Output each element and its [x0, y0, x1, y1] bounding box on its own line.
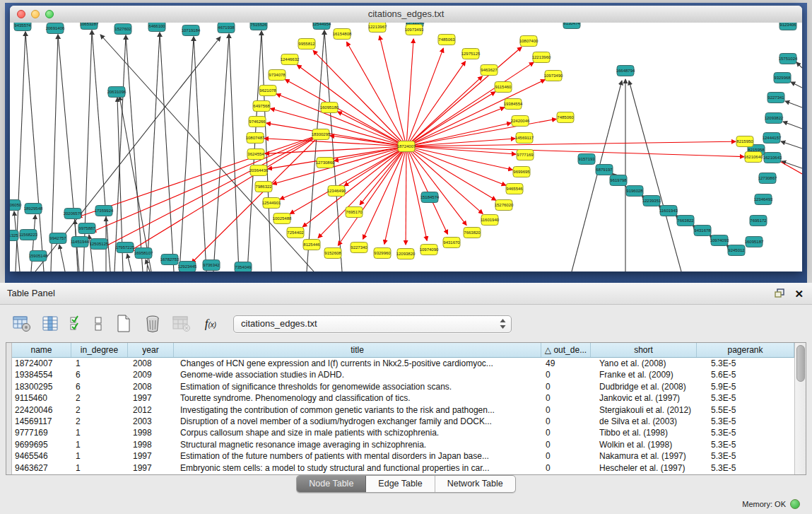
table-settings-icon[interactable]	[11, 313, 33, 334]
node-label: 7515526	[250, 23, 267, 27]
node-label: 14569117	[515, 136, 534, 140]
node-label: 12975125	[461, 52, 481, 56]
tab-node-table[interactable]: Node Table	[297, 476, 366, 492]
node-label: 19384554	[504, 102, 523, 106]
cell-short: de Silva et al. (2003)	[591, 416, 697, 427]
status-bar: Memory: OK	[0, 494, 812, 514]
network-window-title: citations_edges.txt	[10, 6, 802, 22]
column-header-pagerank[interactable]: pagerank	[697, 343, 794, 357]
node-label: 10653287	[80, 23, 99, 26]
column-header-year[interactable]: year	[128, 343, 174, 357]
cell-out_de: 0	[541, 369, 591, 380]
node-label: 12544954	[312, 23, 331, 26]
node-label: 10974093	[710, 238, 729, 243]
table-vertical-scrollbar[interactable]	[794, 343, 806, 474]
table-row[interactable]: 1872400712008Changes of HCN gene express…	[12, 358, 794, 369]
minimize-window-button[interactable]	[31, 10, 40, 18]
table-row[interactable]: 1938455462009Genome-wide association stu…	[12, 369, 794, 380]
new-document-icon[interactable]	[113, 313, 134, 334]
node-label: 17359924	[95, 209, 114, 213]
node-label: 15184574	[420, 195, 440, 199]
dropdown-arrows-icon	[500, 319, 506, 329]
table-body: 1872400712008Changes of HCN gene express…	[12, 358, 794, 474]
table-row[interactable]: 946362711997Embryonic stem cells: a mode…	[12, 462, 794, 474]
node-label: 11451944	[71, 240, 90, 244]
table-row[interactable]: 946554611997Estimation of the future num…	[12, 450, 794, 462]
node-label: 12544901	[262, 201, 281, 205]
node-label: 16154808	[333, 32, 352, 36]
zoom-window-button[interactable]	[45, 10, 54, 18]
cell-year: 1997	[128, 462, 174, 474]
node-label: 3624554	[247, 152, 264, 156]
cell-title: Estimation of significance thresholds fo…	[174, 381, 541, 392]
float-window-icon[interactable]	[775, 288, 785, 298]
node-label: 16095187	[745, 240, 764, 244]
cell-short: Tibbo et al. (1998)	[591, 427, 697, 438]
node-label: 9942757	[49, 236, 66, 240]
node-label: 12213960	[532, 55, 551, 59]
table-tabs-bar: Node TableEdge TableNetwork Table	[0, 475, 812, 493]
node-label: 20631096	[107, 90, 126, 94]
cell-name: 9699695	[12, 439, 71, 450]
select-all-icon[interactable]	[69, 313, 83, 334]
node-label: 12346490	[327, 189, 346, 193]
node-label: 7485060	[557, 115, 574, 119]
table-row[interactable]: 1830029562008Estimation of significance …	[12, 381, 794, 392]
cell-in_degree: 2	[71, 392, 128, 404]
network-window-titlebar[interactable]: citations_edges.txt	[10, 6, 802, 23]
cell-in_degree: 1	[71, 462, 128, 474]
tab-edge-table[interactable]: Edge Table	[366, 476, 435, 492]
column-header-name[interactable]: name	[12, 343, 71, 357]
cell-in_degree: 6	[71, 369, 128, 380]
deselect-all-icon[interactable]	[91, 313, 105, 334]
cell-pagerank: 5.3E-5	[697, 416, 794, 427]
cell-name: 18300295	[12, 381, 71, 392]
cell-title: Investigating the contribution of common…	[174, 404, 541, 416]
column-header-short[interactable]: short	[591, 343, 697, 357]
table-selector-dropdown[interactable]: citations_edges.txt	[233, 315, 512, 333]
network-view-window: citations_edges.txt 94355742069140610653…	[10, 6, 802, 271]
scrollbar-thumb[interactable]	[796, 345, 805, 382]
table-row[interactable]: 911546021997Tourette syndrome. Phenomeno…	[12, 392, 794, 404]
citation-network-graph[interactable]: 9435574206914061065328715276026466100107…	[10, 23, 802, 271]
cell-in_degree: 1	[71, 450, 128, 462]
cell-in_degree: 6	[71, 381, 128, 392]
table-row[interactable]: 977716911998Corpus callosum shape and si…	[12, 427, 794, 438]
network-canvas[interactable]: 9435574206914061065328715276026466100107…	[10, 23, 802, 271]
table-row[interactable]: 2242004622012Investigating the contribut…	[12, 404, 794, 416]
column-header-out_de[interactable]: △ out_de...	[541, 343, 591, 357]
tab-network-table[interactable]: Network Table	[435, 476, 515, 492]
cell-in_degree: 2	[71, 416, 128, 427]
node-label: 12730867	[758, 176, 777, 180]
close-panel-icon[interactable]: ✕	[794, 288, 804, 299]
node-label: 16210643	[763, 156, 782, 160]
table-row[interactable]: 1456911722003Disruption of a novel membe…	[12, 416, 794, 427]
show-columns-icon[interactable]	[40, 313, 61, 334]
column-header-title[interactable]: title	[174, 343, 541, 357]
node-label: 7663820	[464, 230, 481, 235]
table-row[interactable]: 969969511998Structural magnetic resonanc…	[12, 439, 794, 450]
node-label: 10973493	[405, 28, 424, 32]
node-label: 22420046	[511, 119, 530, 123]
close-window-button[interactable]	[17, 10, 25, 18]
node-label: 9619798	[610, 178, 627, 182]
cell-out_de: 0	[541, 439, 591, 450]
node-label: 9463627	[481, 68, 498, 72]
cell-title: Corpus callosum shape and size in male p…	[174, 427, 541, 438]
function-builder-icon[interactable]: f(x)	[200, 313, 221, 334]
node-label: 7663822	[677, 218, 694, 223]
delete-icon[interactable]	[142, 313, 163, 334]
node-label: 8130474	[563, 23, 580, 25]
node-label: 20691406	[46, 26, 65, 30]
column-header-in_degree[interactable]: in_degree	[71, 343, 128, 357]
node-label: 9091325	[10, 233, 18, 238]
cell-title: Embryonic stem cells: a model to study s…	[174, 462, 541, 474]
node-label: 12239351	[642, 199, 661, 203]
cell-year: 2009	[128, 369, 174, 380]
node-label: 18724007	[397, 144, 416, 148]
cell-name: 18724007	[12, 358, 71, 369]
memory-status-label: Memory: OK	[742, 500, 786, 508]
cell-in_degree: 1	[71, 439, 128, 450]
node-label: 8215950	[736, 139, 753, 144]
node-attribute-table: namein_degreeyeartitle△ out_de...shortpa…	[6, 342, 806, 475]
